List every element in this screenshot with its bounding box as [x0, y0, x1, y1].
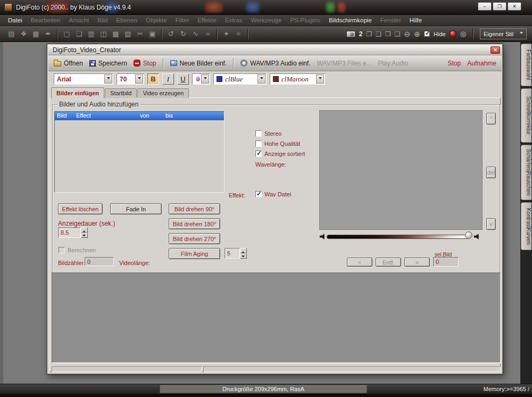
- font-size-select[interactable]: 70: [117, 73, 144, 85]
- tab-startbild[interactable]: Startbild: [105, 88, 137, 98]
- print-icon[interactable]: ▤: [6, 29, 17, 39]
- aging-up-button[interactable]: [240, 248, 247, 253]
- font-family-select[interactable]: Arial: [54, 73, 113, 85]
- prev-image-button[interactable]: <: [347, 258, 372, 267]
- menu-hilfe[interactable]: Hilfe: [410, 17, 422, 23]
- hide-checkbox[interactable]: [424, 31, 430, 37]
- binoculars-icon[interactable]: ◎: [460, 30, 466, 38]
- dropdown-button[interactable]: [104, 75, 112, 84]
- wav-file-checkbox[interactable]: [255, 191, 262, 197]
- zoom-in-icon[interactable]: ⊕: [414, 30, 420, 38]
- film-aging-button[interactable]: Film Aging: [169, 248, 220, 259]
- minimize-button[interactable]: –: [478, 2, 492, 11]
- cut-icon[interactable]: ✂: [135, 29, 146, 39]
- red-sphere-icon[interactable]: [450, 30, 456, 37]
- col-effect[interactable]: Effect: [76, 112, 91, 119]
- duration-spinner[interactable]: 8.5: [58, 227, 88, 238]
- window-tile-icon[interactable]: ❑: [376, 30, 381, 38]
- dropdown-button[interactable]: [135, 75, 143, 84]
- text-color-select[interactable]: [192, 73, 210, 85]
- move-up-button[interactable]: ^: [486, 113, 496, 125]
- tab-video-erzeugen[interactable]: Video erzeugen: [137, 88, 189, 98]
- quality-checkbox[interactable]: [255, 140, 262, 147]
- side-tab-farbauswahl[interactable]: Farbauswahl: [521, 44, 531, 86]
- dialog-close-button[interactable]: ✕: [491, 46, 500, 54]
- side-tab-schaerfen-rauschen[interactable]: Schärfen|Rauschen: [521, 145, 531, 200]
- move-down-button[interactable]: v: [486, 218, 496, 230]
- menu-datei[interactable]: Datei: [8, 17, 22, 23]
- stamp-icon[interactable]: ▣: [147, 29, 158, 39]
- eyedropper-icon[interactable]: ✒: [43, 29, 54, 39]
- col-bild[interactable]: Bild: [57, 112, 66, 119]
- tab-bilder-einfuegen[interactable]: Bilder einfügen: [51, 87, 104, 98]
- pan-tool-icon[interactable]: ❖: [18, 29, 29, 39]
- volume-slider-track[interactable]: [327, 235, 469, 239]
- fade-in-button[interactable]: Fade In: [110, 203, 162, 214]
- window-arrange-icon[interactable]: ❒: [385, 30, 391, 38]
- effect-list-header[interactable]: Bild Effect von bis: [55, 112, 224, 120]
- stereo-option[interactable]: Stereo: [255, 130, 281, 137]
- quality-option[interactable]: Hohe Qualität: [255, 140, 300, 147]
- stop-record-button[interactable]: Stop: [448, 60, 461, 67]
- duration-up-button[interactable]: [81, 227, 88, 233]
- rotate-180-button[interactable]: Bild drehen 180°: [169, 218, 220, 229]
- side-tab-kontrastkurven[interactable]: KontrastKurven: [521, 202, 531, 250]
- duration-down-button[interactable]: [81, 233, 88, 238]
- camera-icon[interactable]: [346, 31, 355, 37]
- grid-icon[interactable]: ▦: [30, 29, 41, 39]
- maximize-button[interactable]: ❐: [493, 2, 506, 11]
- bold-button[interactable]: B: [147, 73, 159, 85]
- duplicate-icon[interactable]: ◫: [98, 29, 109, 39]
- close-button[interactable]: ✕: [508, 2, 521, 11]
- layers-icon[interactable]: ▧: [122, 29, 134, 39]
- zoom-out-icon[interactable]: ⊖: [404, 30, 411, 38]
- window-restore-icon[interactable]: ❏: [395, 30, 401, 38]
- redo-icon[interactable]: ↻: [178, 29, 189, 39]
- save-image-icon[interactable]: ▥: [86, 29, 97, 39]
- film-strip-icon[interactable]: ▩: [110, 29, 121, 39]
- effects-icon[interactable]: ✦: [221, 29, 232, 39]
- sparkle-icon[interactable]: ✧: [233, 29, 244, 39]
- delete-audio-button[interactable]: del: [486, 167, 496, 178]
- open-image-icon[interactable]: ❏: [73, 29, 85, 39]
- duration-value[interactable]: 8.5: [58, 227, 81, 238]
- menu-bildschirmkopie[interactable]: Bildschirmkopie: [329, 17, 372, 23]
- underline-button[interactable]: U: [177, 73, 189, 85]
- undo-icon[interactable]: ↺: [165, 29, 177, 39]
- dropdown-button[interactable]: [201, 75, 209, 84]
- aging-down-button[interactable]: [240, 253, 247, 259]
- style-select[interactable]: Eigener Stil: [480, 28, 527, 39]
- waves-icon[interactable]: ≈: [202, 29, 213, 39]
- color-blue-select[interactable]: clBlue: [213, 73, 267, 85]
- image-counter-field[interactable]: 0: [85, 257, 114, 266]
- col-bis[interactable]: bis: [165, 112, 173, 119]
- rotate-270-button[interactable]: Bild drehen 270°: [169, 233, 220, 244]
- open-button[interactable]: Öffnen: [54, 60, 83, 67]
- side-tab-schnellkorrektur[interactable]: Schnellkorrektur: [521, 88, 531, 143]
- dialog-titlebar[interactable]: DigiFoto_Video_Creator ✕: [48, 45, 502, 55]
- window-cascade-icon[interactable]: ❐: [367, 30, 372, 38]
- next-image-button[interactable]: >: [404, 258, 430, 267]
- save-button[interactable]: Speichern: [89, 60, 127, 67]
- sel-image-field[interactable]: 0: [433, 257, 459, 267]
- new-images-button[interactable]: Neue Bilder einf.: [170, 60, 227, 67]
- volume-slider-handle[interactable]: [465, 231, 472, 239]
- remove-image-button[interactable]: Entf.: [376, 258, 401, 267]
- delete-effect-button[interactable]: Effekt löschen: [58, 203, 103, 214]
- dropdown-button[interactable]: [257, 75, 265, 84]
- wav-file-option[interactable]: Wav Datei: [255, 191, 291, 197]
- col-von[interactable]: von: [140, 112, 149, 119]
- new-image-icon[interactable]: ▢: [61, 29, 72, 39]
- audio-insert-button[interactable]: WAV/MP3 Audio einf.: [240, 60, 310, 67]
- effect-list[interactable]: Bild Effect von bis: [54, 111, 225, 193]
- dropdown-button[interactable]: [316, 75, 324, 84]
- color-maroon-select[interactable]: clMaroon: [270, 73, 325, 85]
- rotate-90-button[interactable]: Bild drehen 90°: [169, 203, 220, 214]
- stop-button[interactable]: Stop: [134, 60, 156, 67]
- record-button[interactable]: Aufnahme: [467, 60, 496, 67]
- stereo-checkbox[interactable]: [255, 130, 262, 137]
- film-aging-value[interactable]: 5: [225, 248, 240, 259]
- film-aging-spinner[interactable]: 5: [225, 248, 247, 259]
- italic-button[interactable]: I: [162, 73, 174, 85]
- sorted-option[interactable]: Anzeige sortiert: [255, 151, 305, 157]
